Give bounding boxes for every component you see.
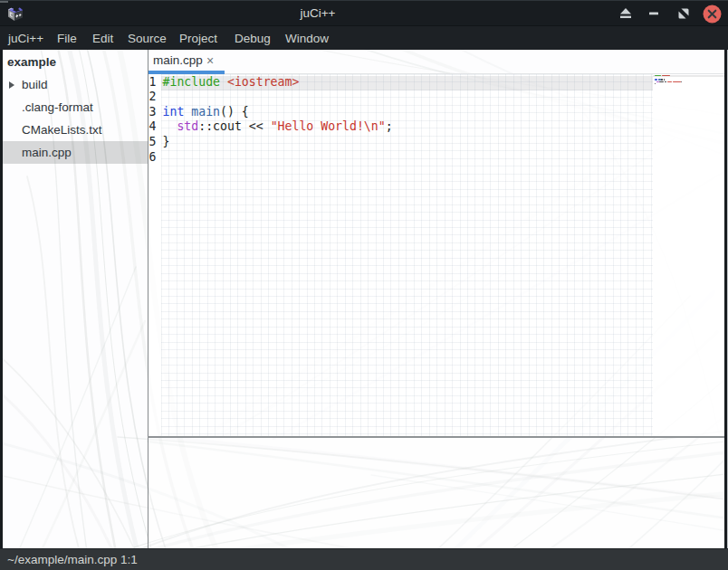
- code-line-5: }: [163, 135, 170, 150]
- jucipp-logo-icon: [7, 5, 24, 22]
- code-line-1: #include <iostream>: [163, 74, 300, 90]
- token-fn: main: [191, 105, 220, 119]
- line-number: 3: [148, 105, 157, 120]
- code-editor[interactable]: 1#include <iostream>23int main() {4 std:…: [148, 74, 653, 436]
- menubar: juCi++FileEditSourceProjectDebugWindow: [0, 25, 728, 50]
- project-root-row[interactable]: example: [3, 51, 148, 73]
- tree-item-build[interactable]: build: [3, 73, 148, 96]
- titlebar[interactable]: juCi++: [0, 0, 728, 25]
- tree-item-label: build: [22, 73, 48, 96]
- code-line-3: int main() {: [163, 105, 249, 120]
- menu-project[interactable]: Project: [179, 26, 217, 51]
- tab-close-icon[interactable]: ×: [206, 50, 214, 71]
- minimap[interactable]: [653, 74, 724, 436]
- token-pln: [184, 105, 191, 119]
- file-tree-sidebar: example build.clang-formatCMakeLists.txt…: [3, 50, 148, 548]
- tab-label: main.cpp: [153, 50, 203, 71]
- line-number: 4: [148, 119, 157, 135]
- minimize-icon: [648, 12, 659, 15]
- minimap-token: [659, 81, 665, 82]
- token-ns: std: [177, 119, 198, 133]
- menu-juci[interactable]: juCi++: [8, 26, 43, 51]
- titlebar-corner-highlight: [0, 1, 8, 3]
- token-hdr: <iostream>: [227, 74, 299, 88]
- status-file-position: ~/example/main.cpp 1:1: [7, 549, 138, 570]
- minimap-token: [661, 79, 663, 80]
- minimap-token: [664, 79, 665, 80]
- menu-window[interactable]: Window: [285, 26, 329, 51]
- expander-triangle-icon[interactable]: [9, 81, 14, 89]
- content-area: example build.clang-formatCMakeLists.txt…: [0, 50, 728, 548]
- token-pln: ;: [386, 119, 393, 133]
- menu-edit[interactable]: Edit: [92, 26, 113, 51]
- statusbar: ~/example/main.cpp 1:1: [0, 548, 728, 570]
- token-str: "Hello World!\n": [271, 119, 386, 133]
- shade-window-button[interactable]: [614, 1, 637, 26]
- minimap-token: [673, 81, 680, 82]
- tree-item-main-cpp[interactable]: main.cpp: [3, 141, 148, 164]
- minimap-token: [665, 81, 666, 82]
- minimize-button[interactable]: [642, 1, 666, 26]
- terminal-pane[interactable]: [148, 438, 724, 549]
- token-pln: () {: [220, 105, 249, 119]
- token-pln: }: [163, 135, 170, 148]
- token-pln: [163, 119, 177, 133]
- tree-item--clang-format[interactable]: .clang-format: [3, 96, 148, 119]
- menu-file[interactable]: File: [57, 26, 77, 51]
- minimap-token: [655, 79, 657, 80]
- tree-item-label: .clang-format: [22, 96, 93, 119]
- token-typ: int: [163, 105, 185, 119]
- window-title: juCi++: [300, 1, 335, 26]
- project-root-label: example: [7, 51, 56, 73]
- tree-item-cmakelists-txt[interactable]: CMakeLists.txt: [3, 119, 148, 141]
- line-number: 1: [148, 74, 157, 90]
- maximize-button[interactable]: [672, 1, 695, 26]
- token-pln: ::cout <<: [198, 119, 270, 133]
- close-icon: [703, 5, 722, 24]
- close-button[interactable]: [700, 1, 723, 26]
- tabbar: main.cpp ×: [148, 50, 724, 74]
- menu-debug[interactable]: Debug: [235, 26, 271, 51]
- tree-item-label: CMakeLists.txt: [22, 119, 102, 141]
- line-number: 6: [148, 150, 157, 166]
- minimap-token: [655, 83, 656, 84]
- jucipp-window: juCi++ juCi++FileEditSourceProj: [0, 0, 728, 570]
- token-inc: #include: [163, 74, 221, 88]
- maximize-icon: [678, 8, 689, 19]
- line-number: 5: [148, 135, 157, 150]
- tree-item-label: main.cpp: [22, 141, 72, 164]
- shade-icon: [619, 8, 632, 19]
- menu-source[interactable]: Source: [128, 26, 167, 51]
- minimap-token: [667, 81, 673, 82]
- line-number: 2: [148, 90, 157, 105]
- code-line-4: std::cout << "Hello World!\n";: [163, 119, 393, 135]
- minimap-token: [681, 81, 682, 82]
